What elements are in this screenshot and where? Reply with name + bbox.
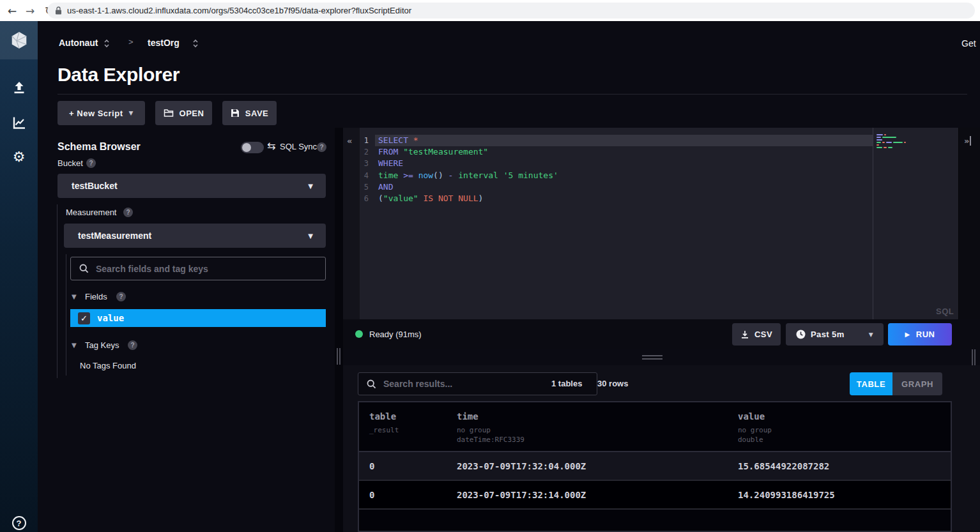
url-text: us-east-1-1.aws.cloud2.influxdata.com/or… <box>67 6 411 15</box>
status-text: Ready (91ms) <box>369 330 422 339</box>
chevron-down-icon: ▼ <box>869 331 873 338</box>
save-button[interactable]: SAVE <box>222 101 277 125</box>
code-line[interactable]: 4time >= now() - interval '5 minutes' <box>360 170 873 181</box>
breadcrumb-project[interactable]: Autonaut <box>59 38 98 48</box>
browser-address-bar[interactable]: us-east-1-1.aws.cloud2.influxdata.com/or… <box>47 3 975 19</box>
editor-collapse-right-strip: » <box>958 128 980 319</box>
org-switcher-icon[interactable] <box>192 38 199 49</box>
editor-collapse-left-strip: « <box>343 128 360 319</box>
search-icon <box>79 264 89 273</box>
results-table-header: table_resulttimeno groupdateTime:RFC3339… <box>359 402 951 452</box>
save-icon <box>231 109 240 118</box>
run-button[interactable]: ▶ RUN <box>888 323 952 346</box>
lock-icon <box>55 6 62 15</box>
sql-sync-icon: ⇆ <box>267 140 275 152</box>
upload-icon <box>11 80 27 95</box>
language-badge: SQL <box>936 307 954 316</box>
cube-logo-icon <box>10 31 29 50</box>
rows-count: 30 rows <box>597 379 628 388</box>
schema-search <box>70 257 326 280</box>
clock-icon <box>796 330 806 339</box>
bucket-label: Bucket <box>57 158 83 168</box>
title-divider <box>57 94 967 95</box>
measurement-dropdown[interactable]: testMeasurement ▼ <box>64 224 326 248</box>
tag-keys-label: Tag Keys <box>85 340 119 350</box>
view-toggle: TABLE GRAPH <box>850 372 942 395</box>
play-icon: ▶ <box>905 331 910 338</box>
chevron-down-icon: ▼ <box>308 183 313 190</box>
influxdb-logo[interactable] <box>0 21 38 59</box>
tab-table[interactable]: TABLE <box>850 372 892 395</box>
tag-keys-help-icon[interactable]: ? <box>128 340 137 350</box>
table-row[interactable]: 02023-07-09T17:32:14.000Z14.240993186419… <box>359 481 951 510</box>
measurement-label: Measurement <box>66 208 116 217</box>
project-switcher-icon[interactable] <box>103 38 110 49</box>
open-button[interactable]: OPEN <box>155 101 212 125</box>
field-item-value[interactable]: ✓ value <box>70 309 326 327</box>
save-label: SAVE <box>245 109 268 118</box>
measurement-indent-line <box>57 204 57 378</box>
collapse-left-icon[interactable]: « <box>347 136 352 146</box>
fields-indent-line <box>66 254 66 376</box>
measurement-help-icon[interactable]: ? <box>123 208 133 217</box>
breadcrumb-org[interactable]: testOrg <box>148 38 180 48</box>
app-sidebar: ⚙ ? <box>0 21 38 532</box>
sql-sync-help-icon[interactable]: ? <box>317 142 326 152</box>
collapse-right-icon[interactable]: » <box>964 136 971 146</box>
time-range-dropdown[interactable]: Past 5m ▼ <box>786 323 884 346</box>
horizontal-splitter[interactable] <box>343 349 980 365</box>
results-table-body: 02023-07-09T17:32:04.000Z15.685449220872… <box>359 452 951 510</box>
data-explorer-nav-button[interactable] <box>0 109 38 137</box>
settings-nav-button[interactable]: ⚙ <box>0 142 38 171</box>
column-header: valueno groupdouble <box>738 411 951 445</box>
search-icon <box>367 379 376 389</box>
code-line[interactable]: 2FROM "testMeasurement" <box>360 146 873 158</box>
fields-label: Fields <box>85 292 107 301</box>
code-line[interactable]: 5AND <box>360 181 873 193</box>
browser-back-button[interactable]: ← <box>4 3 20 19</box>
time-range-label: Past 5m <box>811 330 864 339</box>
open-label: OPEN <box>180 109 204 118</box>
sql-sync-label: SQL Sync <box>280 142 317 151</box>
run-label: RUN <box>916 330 935 339</box>
graph-icon <box>11 115 27 130</box>
code-lines: 1SELECT *2FROM "testMeasurement"3WHERE4t… <box>360 128 873 319</box>
fields-help-icon[interactable]: ? <box>116 292 126 301</box>
query-status-bar: Ready (91ms) CSV Past 5m ▼ ▶ RUN <box>343 319 980 349</box>
page-title: Data Explorer <box>57 64 180 86</box>
no-tags-found-text: No Tags Found <box>80 361 136 370</box>
measurement-value: testMeasurement <box>78 231 308 241</box>
value-field-label: value <box>97 313 124 323</box>
schema-browser-title: Schema Browser <box>57 141 141 153</box>
csv-label: CSV <box>754 330 772 339</box>
sql-editor: « 1SELECT *2FROM "testMeasurement"3WHERE… <box>343 128 980 319</box>
column-header: table_result <box>369 411 457 445</box>
get-credit-link[interactable]: Get <box>961 38 976 49</box>
folder-icon <box>164 109 174 118</box>
value-checkbox[interactable]: ✓ <box>78 312 90 324</box>
tag-keys-collapse-icon[interactable]: ▼ <box>72 342 77 349</box>
sql-sync-toggle[interactable] <box>241 142 264 153</box>
column-header: timeno groupdateTime:RFC3339 <box>457 411 738 445</box>
csv-download-button[interactable]: CSV <box>732 323 781 346</box>
code-line[interactable]: 3WHERE <box>360 158 873 169</box>
upload-nav-button[interactable] <box>0 73 38 102</box>
browser-forward-button[interactable]: → <box>22 3 38 19</box>
question-icon: ? <box>12 516 26 530</box>
download-icon <box>740 330 749 339</box>
chevron-down-icon: ▼ <box>128 110 133 116</box>
fields-collapse-icon[interactable]: ▼ <box>72 293 77 300</box>
tab-graph[interactable]: GRAPH <box>892 372 942 395</box>
help-nav-button[interactable]: ? <box>0 509 38 532</box>
bucket-value: testBucket <box>72 181 308 191</box>
code-line[interactable]: 6("value" IS NOT NULL) <box>360 193 873 204</box>
status-dot <box>355 330 363 338</box>
bucket-dropdown[interactable]: testBucket ▼ <box>57 174 326 198</box>
schema-search-input[interactable] <box>96 264 319 274</box>
table-row[interactable]: 02023-07-09T17:32:04.000Z15.685449220872… <box>359 452 951 481</box>
code-line[interactable]: 1SELECT * <box>360 135 873 146</box>
bucket-help-icon[interactable]: ? <box>86 158 96 168</box>
editor-minimap[interactable] <box>877 134 953 160</box>
new-script-button[interactable]: + New Script ▼ <box>57 101 145 125</box>
vertical-splitter[interactable] <box>335 128 343 532</box>
